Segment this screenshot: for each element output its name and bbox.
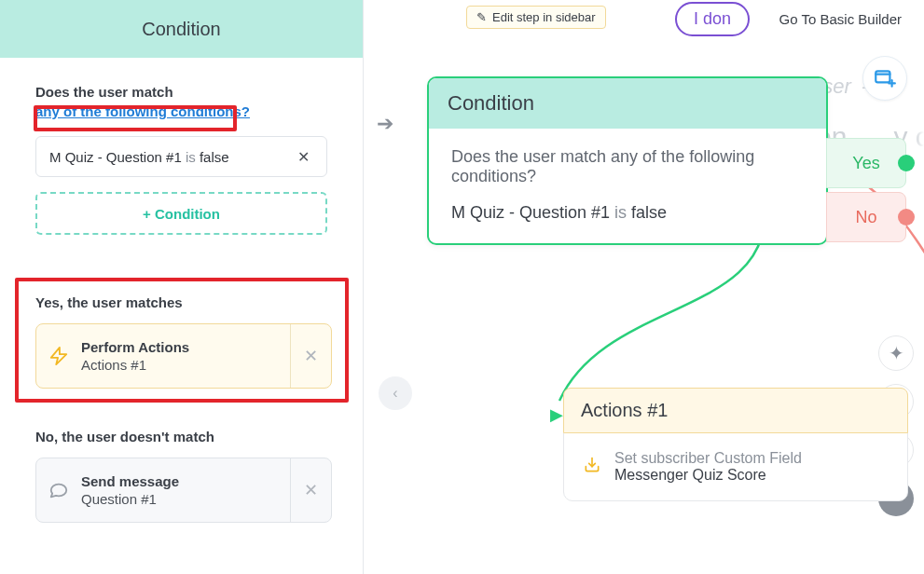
edit-step-button[interactable]: ✎ Edit step in sidebar [466, 6, 606, 29]
remove-message-card-icon[interactable]: ✕ [290, 458, 331, 522]
incoming-arrow: ➔ [377, 112, 393, 136]
flow-canvas[interactable]: ✎ Edit step in sidebar I don Go To Basic… [364, 0, 924, 574]
rule-value: false [200, 149, 229, 165]
yes-port[interactable] [898, 155, 915, 171]
action-card-title: Perform Actions [81, 339, 290, 355]
message-icon [36, 458, 81, 522]
actions-node-title: Actions #1 [563, 388, 908, 433]
message-card-subtitle: Question #1 [81, 491, 290, 507]
message-card-title: Send message [81, 473, 290, 489]
perform-actions-card[interactable]: Perform Actions Actions #1 ✕ [35, 323, 332, 389]
condition-node-title: Condition [429, 78, 826, 129]
yes-section-label: Yes, the user matches [35, 294, 332, 310]
condition-node-rule-value: false [631, 203, 667, 222]
condition-rule[interactable]: M Quiz - Question #1 is false ✕ [35, 136, 327, 177]
match-label: Does the user match [35, 84, 327, 100]
send-message-card[interactable]: Send message Question #1 ✕ [35, 458, 332, 523]
canvas-fade [915, 0, 924, 574]
goto-basic-builder-button[interactable]: Go To Basic Builder [766, 6, 915, 33]
download-icon [583, 456, 601, 478]
remove-rule-icon[interactable]: ✕ [294, 144, 313, 170]
rule-field: M Quiz - Question #1 [49, 149, 182, 165]
svg-marker-0 [51, 348, 67, 364]
edit-step-label: Edit step in sidebar [492, 10, 596, 24]
yes-connector-arrow: ▶ [550, 404, 563, 425]
action-card-subtitle: Actions #1 [81, 357, 290, 373]
actions-line2: Messenger Quiz Score [614, 467, 802, 484]
canvas-back-button[interactable]: ‹ [379, 376, 412, 410]
actions-line1: Set subscriber Custom Field [614, 450, 802, 467]
magic-button[interactable]: ✦ [878, 335, 914, 371]
branch-yes[interactable]: Yes [826, 138, 906, 188]
condition-sidebar: Condition Does the user match any of the… [0, 0, 364, 574]
add-window-button[interactable] [862, 56, 907, 101]
lightning-icon [36, 324, 81, 388]
actions-node[interactable]: Actions #1 Set subscriber Custom Field M… [563, 388, 908, 501]
condition-node[interactable]: Condition Does the user match any of the… [427, 76, 828, 245]
condition-node-question: Does the user match any of the following… [451, 147, 804, 186]
condition-node-rule-is: is [614, 203, 627, 222]
conditions-mode-link[interactable]: any of the following conditions? [35, 103, 327, 119]
condition-node-rule-field: M Quiz - Question #1 [451, 203, 610, 222]
reply-pill[interactable]: I don [675, 2, 750, 36]
no-port[interactable] [898, 209, 915, 226]
sidebar-title: Condition [0, 0, 363, 58]
remove-action-card-icon[interactable]: ✕ [290, 324, 331, 388]
add-condition-button[interactable]: + Condition [35, 192, 327, 235]
no-section-label: No, the user doesn't match [35, 429, 332, 444]
pencil-icon: ✎ [476, 10, 487, 24]
rule-is: is [186, 149, 196, 165]
svg-rect-2 [876, 71, 890, 82]
branch-no[interactable]: No [826, 192, 906, 242]
